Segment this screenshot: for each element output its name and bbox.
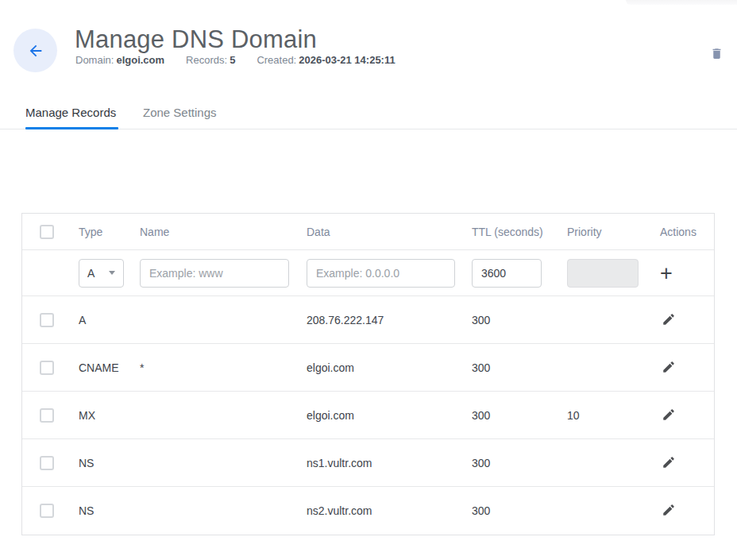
cell-data: elgoi.com <box>307 409 472 422</box>
chevron-down-icon <box>109 271 115 275</box>
col-header-type: Type <box>79 226 140 238</box>
cell-type: A <box>79 314 140 326</box>
pencil-icon <box>662 407 677 422</box>
meta-domain: Domain:elgoi.com <box>75 54 164 66</box>
col-header-data: Data <box>307 226 472 238</box>
row-checkbox[interactable] <box>40 361 54 375</box>
cell-type: CNAME <box>79 361 140 374</box>
arrow-left-icon <box>27 42 44 60</box>
cell-type: NS <box>79 457 140 469</box>
record-data-input[interactable] <box>307 259 455 288</box>
table-row: A 208.76.222.147 300 <box>22 296 714 344</box>
table-row: NS ns1.vultr.com 300 <box>22 439 714 487</box>
table-row: MX elgoi.com 300 10 <box>22 392 714 439</box>
table-row: CNAME * elgoi.com 300 <box>22 344 714 392</box>
cell-ttl: 300 <box>472 504 567 517</box>
delete-domain-button[interactable] <box>708 44 725 63</box>
col-header-actions: Actions <box>660 226 714 238</box>
active-tab-underline <box>25 127 118 129</box>
edit-record-button[interactable] <box>662 502 677 518</box>
pencil-icon <box>662 360 677 374</box>
back-button[interactable] <box>14 29 57 72</box>
page-title: Manage DNS Domain <box>75 25 317 54</box>
tab-bar: Manage Records Zone Settings <box>0 101 737 129</box>
tab-zone-settings[interactable]: Zone Settings <box>143 106 217 119</box>
domain-meta: Domain:elgoi.com Records:5 Created:2026-… <box>75 54 396 66</box>
cell-type: NS <box>79 504 140 517</box>
pencil-icon <box>662 503 677 517</box>
cell-ttl: 300 <box>472 457 567 469</box>
add-record-row: A + <box>22 250 714 296</box>
cell-ttl: 300 <box>472 409 567 422</box>
cell-name: * <box>140 361 307 374</box>
select-all-checkbox[interactable] <box>40 225 54 239</box>
cell-priority: 10 <box>567 409 660 422</box>
record-name-input[interactable] <box>140 259 289 288</box>
table-row: NS ns2.vultr.com 300 <box>22 487 714 535</box>
meta-created: Created:2026-03-21 14:25:11 <box>257 54 395 66</box>
row-checkbox[interactable] <box>40 408 54 423</box>
row-checkbox[interactable] <box>40 504 54 518</box>
col-header-priority: Priority <box>567 226 660 238</box>
pencil-icon <box>662 312 677 326</box>
cell-ttl: 300 <box>472 361 567 374</box>
pencil-icon <box>662 455 677 469</box>
cell-data: 208.76.222.147 <box>307 314 472 326</box>
cell-data: ns1.vultr.com <box>307 457 472 469</box>
cell-type: MX <box>79 409 140 422</box>
edit-record-button[interactable] <box>662 359 677 375</box>
cell-data: ns2.vultr.com <box>307 504 472 517</box>
edit-record-button[interactable] <box>662 407 677 423</box>
meta-records: Records:5 <box>186 54 235 66</box>
table-header-row: Type Name Data TTL (seconds) Priority Ac… <box>22 214 714 250</box>
edit-record-button[interactable] <box>662 311 677 327</box>
dns-records-table: Type Name Data TTL (seconds) Priority Ac… <box>21 213 715 535</box>
trash-icon <box>710 45 723 62</box>
record-type-select[interactable]: A <box>79 259 124 288</box>
record-ttl-input[interactable] <box>472 259 542 288</box>
record-priority-input <box>567 259 639 288</box>
edit-record-button[interactable] <box>662 454 677 470</box>
cell-data: elgoi.com <box>307 361 472 374</box>
col-header-ttl: TTL (seconds) <box>472 226 567 238</box>
top-edge-cutoff-element <box>626 0 737 5</box>
col-header-name: Name <box>140 226 307 238</box>
tab-manage-records[interactable]: Manage Records <box>25 106 116 119</box>
cell-ttl: 300 <box>472 314 567 326</box>
dns-manage-page: Manage DNS Domain Domain:elgoi.com Recor… <box>0 0 737 560</box>
add-record-button[interactable]: + <box>660 262 682 284</box>
row-checkbox[interactable] <box>40 456 54 470</box>
row-checkbox[interactable] <box>40 313 54 327</box>
record-type-selected-value: A <box>87 267 95 280</box>
